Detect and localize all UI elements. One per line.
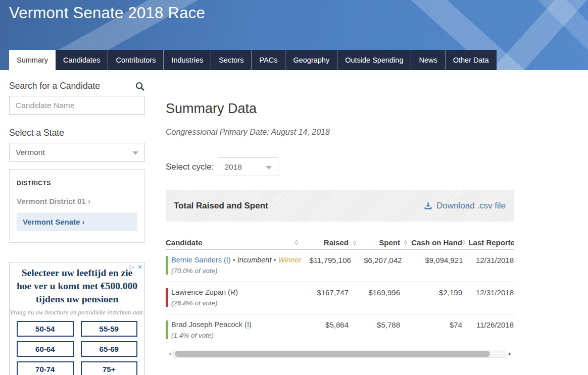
ad-headline-text2: tijdens uw pensioen bbox=[36, 294, 119, 304]
district-item-vermont-senate[interactable]: Vermont Senate › bbox=[17, 212, 137, 231]
ad-close-icon[interactable]: ✕ bbox=[136, 263, 143, 271]
main-content: Summary Data Congressional Primary Date:… bbox=[166, 81, 514, 358]
download-csv-link[interactable]: Download .csv file bbox=[424, 201, 506, 211]
vote-percentage: (1.4% of vote) bbox=[171, 332, 514, 339]
sort-icon[interactable]: ◊ bbox=[353, 239, 356, 247]
state-select-value: Vermont bbox=[16, 148, 45, 157]
state-select[interactable]: Vermont bbox=[9, 143, 145, 162]
search-candidate-label: Search for a Candidate bbox=[9, 81, 100, 91]
candidate-search-input[interactable] bbox=[9, 96, 145, 115]
ad-subtitle: Vraag nu uw brochure en periodieke inzic… bbox=[10, 308, 144, 316]
tab-summary[interactable]: Summary bbox=[9, 50, 56, 70]
col-last-reported[interactable]: Last Reported bbox=[468, 238, 514, 247]
scrollbar-thumb[interactable] bbox=[175, 351, 490, 357]
ad-age-button-65-69[interactable]: 65-69 bbox=[81, 341, 138, 357]
last-report-value: 11/26/2018 bbox=[462, 320, 514, 329]
spent-value: $5,788 bbox=[361, 320, 400, 329]
ad-headline: Selecteer uw leeftijd en zie hoe ver u k… bbox=[15, 266, 139, 306]
tab-contributors[interactable]: Contributors bbox=[108, 50, 164, 70]
page-banner: Vermont Senate 2018 Race Summary Candida… bbox=[0, 0, 588, 70]
table-row: Lawrence Zupan (R) $167,747 $169,996 -$2… bbox=[166, 282, 514, 314]
select-cycle-label: Select cycle: bbox=[166, 162, 214, 172]
scroll-left-arrow-icon[interactable]: ◂ bbox=[166, 349, 173, 358]
tab-outside-spending[interactable]: Outside Spending bbox=[337, 50, 411, 70]
scrollbar-track[interactable] bbox=[173, 350, 506, 358]
districts-heading: DISTRICTS bbox=[17, 180, 137, 187]
ad-age-buttons: 50-54 55-59 60-64 65-69 70-74 75+ bbox=[17, 321, 137, 375]
col-raised[interactable]: Raised bbox=[298, 238, 349, 247]
party-color-bar: Brad Joseph Peacock (I) $5,864 $5,788 $7… bbox=[166, 320, 514, 339]
col-spent[interactable]: Spent bbox=[361, 238, 400, 247]
total-raised-spent-header: Total Raised and Spent Download .csv fil… bbox=[166, 190, 514, 222]
candidate-link[interactable]: Bernie Sanders (I) bbox=[171, 256, 231, 264]
sort-icon[interactable]: ◊ bbox=[462, 239, 465, 246]
select-state-label: Select a State bbox=[9, 128, 145, 138]
advertisement: ▷ ✕ Selecteer uw leeftijd en zie hoe ver… bbox=[9, 262, 145, 375]
tab-sectors[interactable]: Sectors bbox=[211, 50, 252, 70]
last-report-value: 12/31/2018 bbox=[463, 256, 514, 264]
tab-candidates[interactable]: Candidates bbox=[56, 50, 108, 70]
cycle-select-value: 2018 bbox=[224, 163, 241, 172]
raised-value: $5,864 bbox=[298, 320, 349, 329]
nav-tabs: Summary Candidates Contributors Industri… bbox=[9, 50, 497, 70]
ad-headline-amount: €500.000 bbox=[101, 281, 137, 291]
tab-news[interactable]: News bbox=[411, 50, 445, 70]
party-color-bar: Bernie Sanders (I)•Incumbent•Winner $11,… bbox=[166, 256, 514, 275]
cash-on-hand-value: -$2,199 bbox=[400, 288, 462, 297]
section-title: Total Raised and Spent bbox=[174, 201, 268, 211]
tab-geography[interactable]: Geography bbox=[285, 50, 337, 70]
raised-value: $167,747 bbox=[298, 288, 349, 297]
col-candidate[interactable]: Candidate bbox=[166, 238, 203, 247]
ad-age-button-55-59[interactable]: 55-59 bbox=[81, 321, 138, 337]
winner-tag: Winner bbox=[278, 256, 302, 264]
vote-percentage: (26.8% of vote) bbox=[171, 299, 514, 307]
party-color-bar: Lawrence Zupan (R) $167,747 $169,996 -$2… bbox=[166, 288, 514, 307]
tab-industries[interactable]: Industries bbox=[164, 50, 211, 70]
sidebar: Search for a Candidate Select a State Ve… bbox=[9, 81, 145, 375]
ad-age-button-70-74[interactable]: 70-74 bbox=[17, 361, 74, 375]
candidate-name: Brad Joseph Peacock (I) bbox=[171, 320, 252, 329]
cash-on-hand-value: $9,094,921 bbox=[402, 256, 463, 264]
districts-panel: DISTRICTS Vermont District 01 › Vermont … bbox=[9, 169, 145, 243]
chevron-down-icon bbox=[266, 166, 272, 170]
adchoices-icon[interactable]: ▷ bbox=[128, 263, 135, 271]
raised-value: $11,795,106 bbox=[301, 256, 351, 264]
table-header: Candidate ◊ Raised ◊ Spent ◊ Cash on Han… bbox=[166, 236, 514, 250]
table-row: Brad Joseph Peacock (I) $5,864 $5,788 $7… bbox=[166, 314, 514, 344]
table-row: Bernie Sanders (I)•Incumbent•Winner $11,… bbox=[166, 250, 514, 282]
primary-date-text: Congressional Primary Date: August 14, 2… bbox=[166, 128, 514, 137]
vote-percentage: (70.0% of vote) bbox=[171, 267, 514, 275]
ad-age-button-50-54[interactable]: 50-54 bbox=[17, 321, 74, 337]
separator: • bbox=[233, 256, 235, 264]
download-icon bbox=[424, 202, 432, 210]
col-cash-on-hand[interactable]: Cash on Hand bbox=[411, 238, 462, 247]
chevron-down-icon bbox=[132, 151, 138, 155]
ad-age-button-60-64[interactable]: 60-64 bbox=[17, 341, 74, 357]
summary-data-title: Summary Data bbox=[166, 101, 514, 117]
page-title: Vermont Senate 2018 Race bbox=[9, 4, 205, 22]
cash-on-hand-value: $74 bbox=[400, 320, 462, 329]
spent-value: $169,996 bbox=[361, 288, 400, 297]
cycle-select[interactable]: 2018 bbox=[218, 157, 278, 176]
search-icon[interactable] bbox=[135, 81, 145, 91]
candidate-name: Lawrence Zupan (R) bbox=[171, 288, 238, 296]
sort-icon[interactable]: ◊ bbox=[404, 239, 407, 246]
spent-value: $6,207,042 bbox=[363, 256, 402, 264]
ad-age-button-75plus[interactable]: 75+ bbox=[81, 361, 138, 375]
tab-pacs[interactable]: PACs bbox=[252, 50, 285, 70]
scroll-right-arrow-icon[interactable]: ▸ bbox=[506, 349, 514, 358]
page: Vermont Senate 2018 Race Summary Candida… bbox=[0, 0, 588, 375]
incumbent-tag: Incumbent bbox=[237, 256, 272, 264]
last-report-value: 12/31/2018 bbox=[462, 288, 514, 297]
horizontal-scrollbar: ◂ ▸ bbox=[166, 349, 514, 358]
separator: • bbox=[273, 256, 276, 264]
download-label: Download .csv file bbox=[436, 201, 506, 211]
district-item-vermont-district-01[interactable]: Vermont District 01 › bbox=[17, 197, 137, 205]
tab-other-data[interactable]: Other Data bbox=[446, 50, 497, 70]
